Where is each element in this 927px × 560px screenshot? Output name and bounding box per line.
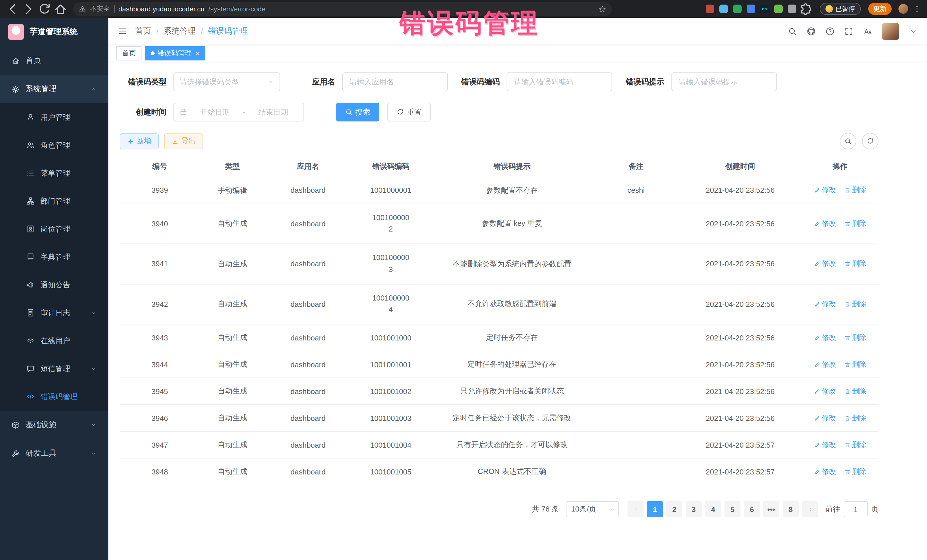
page-button-5[interactable]: 5 [725,502,740,518]
sidebar-item-post-management[interactable]: 岗位管理 [0,215,108,243]
edit-link[interactable]: 修改 [814,333,836,343]
sidebar-item-role-management[interactable]: 角色管理 [0,131,108,159]
delete-link[interactable]: 删除 [844,299,866,309]
sidebar-item-online-user[interactable]: 在线用户 [0,327,108,355]
breadcrumb-item[interactable]: 错误码管理 [208,26,248,36]
edit-link[interactable]: 修改 [814,259,836,269]
sidebar-item-error-code-management[interactable]: 错误码管理 [0,382,108,411]
cell-hint: 不能删除类型为系统内置的参数配置 [431,244,593,284]
font-size-icon[interactable] [863,27,872,36]
edit-link[interactable]: 修改 [814,440,836,450]
sidebar-item-dev-tools[interactable]: 研发工具 [0,439,108,467]
more-pages-button[interactable]: ••• [763,502,779,518]
sidebar-item-menu-management[interactable]: 菜单管理 [0,159,108,187]
error-hint-input[interactable] [671,73,777,91]
sidebar-item-dept-management[interactable]: 部门管理 [0,187,108,215]
extension-icon[interactable] [774,5,783,13]
sidebar-item-notice[interactable]: 通知公告 [0,271,108,299]
browser-profile-avatar[interactable] [898,4,908,14]
sidebar-item-audit-log[interactable]: 审计日志 [0,299,108,327]
breadcrumb-item[interactable]: 系统管理 [164,26,196,36]
extension-icon[interactable] [705,5,714,13]
extensions-puzzle-icon[interactable] [798,2,812,16]
tab-home[interactable]: 首页 [116,46,141,60]
fullscreen-icon[interactable] [844,27,853,36]
cell-actions: 修改删除 [801,405,878,432]
reload-icon[interactable] [38,2,51,16]
extension-icon[interactable] [787,5,796,13]
submenu-system-management: 用户管理角色管理菜单管理部门管理岗位管理字典管理通知公告审计日志在线用户短信管理… [0,103,108,411]
edit-link[interactable]: 修改 [814,413,836,423]
add-button[interactable]: 新增 [120,133,159,149]
page-button-2[interactable]: 2 [666,502,682,518]
forward-icon[interactable] [22,2,35,16]
cell-remark [593,405,679,432]
hamburger-icon[interactable] [117,26,127,36]
browser-update-button[interactable]: 更新 [868,3,892,15]
delete-link[interactable]: 删除 [844,440,866,450]
delete-link[interactable]: 删除 [844,360,866,370]
extension-icon[interactable] [746,5,755,13]
error-code-input[interactable] [506,73,612,91]
breadcrumb-item[interactable]: 首页 [135,26,151,36]
date-range-picker[interactable]: 开始日期 - 结束日期 [173,103,304,121]
sidebar-item-sms-management[interactable]: 短信管理 [0,355,108,382]
next-page-button[interactable] [802,502,818,518]
reset-button[interactable]: 重置 [388,103,431,121]
bookmark-star-icon[interactable] [599,5,606,13]
app-name-input[interactable] [342,73,448,91]
page-button-4[interactable]: 4 [705,502,721,518]
page-button-8[interactable]: 8 [783,502,799,518]
caret-down-icon[interactable] [909,27,918,36]
edit-link[interactable]: 修改 [814,299,836,309]
close-icon[interactable]: × [195,49,199,57]
toggle-search-button[interactable] [840,133,856,149]
page-button-3[interactable]: 3 [686,502,702,518]
cell-remark [593,244,679,284]
browser-home-icon[interactable] [54,2,67,16]
edit-link[interactable]: 修改 [814,467,836,477]
edit-link[interactable]: 修改 [814,219,836,229]
sidebar-item-user-management[interactable]: 用户管理 [0,103,108,131]
delete-link[interactable]: 删除 [844,259,866,269]
delete-link[interactable]: 删除 [844,333,866,343]
refresh-table-button[interactable] [862,133,878,149]
edit-link[interactable]: 修改 [814,360,836,370]
browser-menu-icon[interactable] [913,5,921,13]
tab-error-code[interactable]: 错误码管理× [145,46,205,60]
cell-code: 1001000001 [351,177,431,203]
edit-icon [814,335,820,341]
page-size-select[interactable]: 10条/页 [566,502,619,518]
edit-link[interactable]: 修改 [814,387,836,396]
delete-link[interactable]: 删除 [844,387,866,396]
sidebar-item-system-management[interactable]: 系统管理 [0,75,108,103]
extension-icon[interactable] [719,5,728,13]
extension-icon[interactable] [733,5,741,13]
sidebar-item-infrastructure[interactable]: 基础设施 [0,411,108,439]
user-avatar[interactable] [882,23,899,39]
delete-link[interactable]: 删除 [844,467,866,477]
sidebar-item-home[interactable]: 首页 [0,46,108,75]
extension-icon[interactable]: on [760,5,769,13]
column-header-6: 创建时间 [679,156,801,177]
app-title: 芋道管理系统 [30,27,78,37]
export-button[interactable]: 导出 [164,133,203,149]
edit-link-label: 修改 [822,360,836,370]
goto-page-input[interactable] [844,502,868,518]
page-button-1[interactable]: 1 [647,502,663,518]
filter-row-1: 错误码类型 请选择错误码类型 应用名 错误码编码 [120,73,878,91]
sidebar-item-dict-management[interactable]: 字典管理 [0,243,108,271]
profile-paused-chip[interactable]: 已暂停 [819,3,861,15]
back-icon[interactable] [6,2,20,16]
page-button-6[interactable]: 6 [744,502,760,518]
search-icon[interactable] [788,27,797,36]
github-icon[interactable] [807,27,816,36]
help-icon[interactable] [825,27,834,36]
edit-link[interactable]: 修改 [814,185,836,195]
delete-link[interactable]: 删除 [844,413,866,423]
error-type-select[interactable]: 请选择错误码类型 [173,73,280,91]
search-button[interactable]: 搜索 [336,103,379,121]
prev-page-button[interactable] [628,502,643,518]
delete-link[interactable]: 删除 [844,219,866,229]
delete-link[interactable]: 删除 [844,185,866,195]
